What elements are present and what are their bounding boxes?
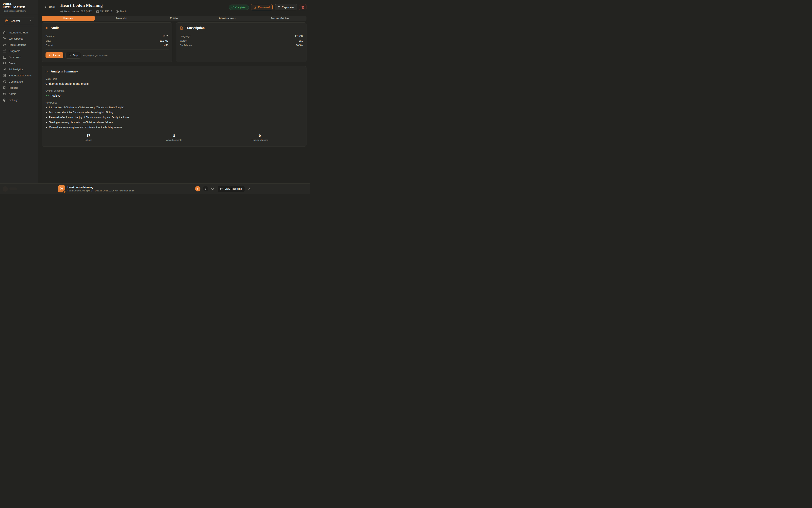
sidebar-item-search[interactable]: Search xyxy=(0,60,38,66)
title-wrap: Heart Lodon Morning Heart London 106.2 [… xyxy=(60,3,229,13)
sidebar-item-ad-analytics[interactable]: Ad Analytics xyxy=(0,66,38,73)
transcription-card-title: Transcription xyxy=(180,26,303,30)
sidebar-item-label: Radio Stations xyxy=(9,43,26,46)
bar-chart-icon xyxy=(46,70,49,73)
app-shell: VOICE INTELLIGENCE Radio Monitoring Plat… xyxy=(0,0,310,183)
player-pause-button[interactable] xyxy=(195,186,200,192)
sidebar-item-compliance[interactable]: Compliance xyxy=(0,79,38,85)
view-recording-label: View Recording xyxy=(225,187,242,190)
tab-entities[interactable]: Entities xyxy=(148,16,201,21)
tv-icon xyxy=(3,49,6,53)
tab-transcript[interactable]: Transcript xyxy=(95,16,148,21)
cards-row: Audio Duration: 19:59 Size: 18.3 MB Form… xyxy=(42,23,306,62)
player-title: Heart Lodon Morning xyxy=(67,186,134,189)
live-dot xyxy=(63,190,66,193)
file-text-icon xyxy=(3,86,6,89)
analysis-summary-card: Analysis Summary Main Topic Christmas ce… xyxy=(42,66,306,147)
transcription-row-confidence: Confidence: 80.5% xyxy=(180,43,303,47)
pause-button[interactable]: Pause xyxy=(46,52,63,58)
playing-note: Playing via global player xyxy=(83,54,108,57)
stop-button[interactable]: Stop xyxy=(65,52,81,58)
main-content: Back Heart Lodon Morning Heart London 10… xyxy=(38,0,310,183)
sidebar-item-radio-stations[interactable]: Radio Stations xyxy=(0,42,38,48)
calendar-icon xyxy=(3,55,6,59)
cpu-icon xyxy=(3,92,6,96)
sidebar-item-admin[interactable]: Admin xyxy=(0,91,38,97)
sidebar-item-reports[interactable]: Reports xyxy=(0,85,38,91)
sidebar-item-intelligence-hub[interactable]: Intelligence Hub xyxy=(0,30,38,36)
station-label: Heart London 106.2 [MP3] xyxy=(64,10,92,13)
pause-icon xyxy=(197,188,199,190)
audio-row-duration: Duration: 19:59 xyxy=(46,34,169,38)
key-point: Teasing upcoming discussion on Christmas… xyxy=(49,121,303,124)
close-icon[interactable] xyxy=(248,187,251,190)
sidebar-item-label: Intelligence Hub xyxy=(9,31,28,34)
global-player-bar: Heart Lodon Morning Heart London 106.2 [… xyxy=(0,183,310,194)
refresh-icon xyxy=(278,6,280,9)
sidebar-item-broadcast-trackers[interactable]: Broadcast Trackers xyxy=(0,73,38,79)
key-points-label: Key Points xyxy=(46,101,303,104)
stat-advertisements: 8 Advertisements xyxy=(131,134,217,141)
radio-icon xyxy=(60,10,63,13)
workspace-selector[interactable]: General xyxy=(3,17,35,24)
stop-icon xyxy=(204,188,207,190)
stats-row: 17 Entities 8 Advertisements 0 Tracker M… xyxy=(46,131,303,143)
meta-row: Heart London 106.2 [MP3] 25/12/2025 20 m… xyxy=(60,10,229,13)
brand-box: VOICE INTELLIGENCE Radio Monitoring Plat… xyxy=(0,0,38,15)
sidebar-item-schedules[interactable]: Schedules xyxy=(0,54,38,60)
main-topic-value: Christmas celebrations and music xyxy=(46,82,303,85)
file-text-icon xyxy=(180,26,183,30)
gear-icon xyxy=(3,98,6,102)
tab-advertisements[interactable]: Advertisements xyxy=(201,16,254,21)
search-icon xyxy=(3,61,6,65)
tab-tracker-matches[interactable]: Tracker Matches xyxy=(253,16,306,21)
audio-title-label: Audio xyxy=(51,26,59,30)
sidebar-item-label: Compliance xyxy=(9,80,23,83)
player-text: Heart Lodon Morning Heart London 106.2 [… xyxy=(67,186,134,192)
duration-meta: 20 min xyxy=(116,10,127,13)
download-button[interactable]: Download xyxy=(251,4,273,10)
status-label: Completed xyxy=(235,6,246,8)
player-stop-button[interactable] xyxy=(203,186,208,192)
clock-icon xyxy=(116,10,119,13)
pause-icon xyxy=(49,54,51,57)
sidebar-item-label: Workspaces xyxy=(9,37,23,40)
transcription-row-words: Words: 891 xyxy=(180,38,303,43)
dim-avatar xyxy=(3,186,8,192)
sidebar-item-settings[interactable]: Settings xyxy=(0,97,38,103)
sentiment-text: Positive xyxy=(50,94,60,97)
player-info: Heart Lodon Morning Heart London 106.2 [… xyxy=(58,185,134,193)
chevron-down-icon xyxy=(30,19,33,22)
back-label: Back xyxy=(49,5,55,8)
player-station-tile xyxy=(58,185,65,193)
audio-controls: Pause Stop Playing via global player xyxy=(46,52,169,58)
check-circle-icon xyxy=(232,6,234,8)
reprocess-button[interactable]: Reprocess xyxy=(275,4,297,10)
analysis-title-label: Analysis Summary xyxy=(51,70,78,74)
audio-row-size: Size: 18.3 MB xyxy=(46,38,169,43)
date-label: 25/12/2025 xyxy=(100,10,112,13)
sentiment-label: Overall Sentiment xyxy=(46,89,303,92)
key-points-list: Introduction of Olly Murz's Christmas so… xyxy=(47,106,303,129)
sidebar-item-label: Broadcast Trackers xyxy=(9,74,32,77)
back-button[interactable]: Back xyxy=(44,5,55,8)
transcription-rows: Language: EN-GB Words: 891 Confidence: 8… xyxy=(180,34,303,47)
delete-button[interactable] xyxy=(299,4,306,10)
sidebar: VOICE INTELLIGENCE Radio Monitoring Plat… xyxy=(0,0,38,183)
sidebar-item-label: Ad Analytics xyxy=(9,68,23,71)
volume-icon[interactable] xyxy=(211,187,215,190)
speaker-icon xyxy=(46,26,49,30)
reprocess-label: Reprocess xyxy=(282,6,294,9)
tab-overview[interactable]: Overview xyxy=(42,16,95,21)
audio-rows: Duration: 19:59 Size: 18.3 MB Format: MP… xyxy=(46,34,169,47)
station-meta: Heart London 106.2 [MP3] xyxy=(60,10,92,13)
sidebar-item-programs[interactable]: Programs xyxy=(0,48,38,54)
stop-icon xyxy=(68,54,71,57)
page-title: Heart Lodon Morning xyxy=(60,3,229,8)
sidebar-item-label: Search xyxy=(9,62,17,65)
main-topic-label: Main Topic xyxy=(46,78,303,80)
target-icon xyxy=(3,74,6,77)
sidebar-item-workspaces[interactable]: Workspaces xyxy=(0,36,38,42)
view-recording-button[interactable]: View Recording xyxy=(218,186,245,192)
folder-open-icon xyxy=(5,19,8,23)
